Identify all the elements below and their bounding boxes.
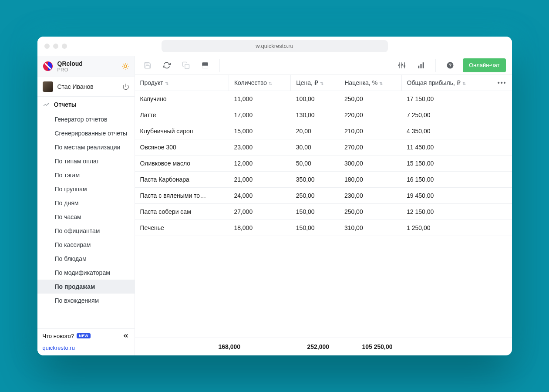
section-label: Отчеты xyxy=(54,101,77,108)
col-profit[interactable]: Общая прибыль, ₽⇅ xyxy=(401,75,490,91)
brand-text: QRcloud PRO xyxy=(57,60,117,72)
cell: Печенье xyxy=(135,220,229,236)
user-name: Стас Иванов xyxy=(57,83,118,90)
cell: Паста Карбонара xyxy=(135,172,229,188)
table-row[interactable]: Капучино11,000100,00250,0017 150,00 xyxy=(135,91,512,107)
sort-icon: ⇅ xyxy=(320,81,323,86)
cell: Овсяное 300 xyxy=(135,139,229,155)
online-chat-button[interactable]: Онлайн-чат xyxy=(463,58,506,72)
cell: 12 150,00 xyxy=(401,204,490,220)
cell: 100,00 xyxy=(291,91,339,107)
sort-icon: ⇅ xyxy=(462,81,466,86)
nav-item[interactable]: По модификаторам xyxy=(37,266,135,280)
totals-markup: 252,000 xyxy=(302,338,350,355)
brand-title: QRcloud xyxy=(57,60,117,67)
table-row[interactable]: Паста собери сам27,000150,00250,0012 150… xyxy=(135,204,512,220)
address-bar[interactable]: w.quickresto.ru xyxy=(162,40,388,52)
sort-icon: ⇅ xyxy=(379,81,383,86)
cell: Паста с вялеными то… xyxy=(135,188,229,204)
cell xyxy=(490,123,512,139)
main: ? Онлайн-чат Продукт⇅ Количество⇅ Цена, … xyxy=(135,56,512,355)
sidebar: QRcloud PRO Стас Иванов Отчеты xyxy=(37,56,135,355)
nav-item[interactable]: По официантам xyxy=(37,224,135,238)
app-window: w.quickresto.ru QRcloud PRO xyxy=(37,37,512,355)
cell: 15,000 xyxy=(229,123,290,139)
cell: 50,00 xyxy=(291,155,339,172)
cell: 11,000 xyxy=(229,91,290,107)
cell: 4 350,00 xyxy=(401,123,490,139)
brand-logo-icon xyxy=(43,61,53,71)
col-quantity[interactable]: Количество⇅ xyxy=(229,75,290,91)
svg-rect-4 xyxy=(202,65,208,68)
cell xyxy=(490,204,512,220)
close-window-dot[interactable] xyxy=(44,44,50,49)
col-markup[interactable]: Наценка, %⇅ xyxy=(339,75,401,91)
svg-point-7 xyxy=(404,65,405,67)
cell: 7 250,00 xyxy=(401,107,490,123)
nav-item[interactable]: По типам оплат xyxy=(37,154,135,168)
help-button[interactable]: ? xyxy=(444,59,457,72)
theme-toggle-icon[interactable] xyxy=(121,62,129,70)
cell: 210,00 xyxy=(339,123,401,139)
cell xyxy=(490,188,512,204)
whats-new-label: Что нового? xyxy=(43,333,74,339)
nav-item[interactable]: По продажам xyxy=(37,280,135,294)
brand-row: QRcloud PRO xyxy=(37,56,135,77)
whats-new[interactable]: Что нового? NEW xyxy=(43,332,129,339)
more-icon[interactable]: ••• xyxy=(498,79,507,86)
settings-sliders-button[interactable] xyxy=(395,59,408,72)
table-row[interactable]: Паста Карбонара21,000350,00180,0016 150,… xyxy=(135,172,512,188)
nav-item[interactable]: По местам реализации xyxy=(37,140,135,154)
nav-item[interactable]: По дням xyxy=(37,196,135,210)
cell: 150,00 xyxy=(291,204,339,220)
cell xyxy=(490,107,512,123)
chart-button[interactable] xyxy=(414,59,428,72)
cell: 270,00 xyxy=(339,139,401,155)
window-controls xyxy=(44,44,67,49)
table-row[interactable]: Оливковое масло12,00050,00300,0015 150,0… xyxy=(135,155,512,172)
svg-rect-2 xyxy=(185,64,189,68)
cell: 23,000 xyxy=(229,139,290,155)
cell xyxy=(490,172,512,188)
sort-icon: ⇅ xyxy=(165,81,168,86)
sort-icon: ⇅ xyxy=(269,81,272,86)
totals-price xyxy=(259,338,302,355)
table-row[interactable]: Латте17,000130,00220,007 250,00 xyxy=(135,107,512,123)
table-row[interactable]: Овсяное 30023,00030,00270,0011 450,00 xyxy=(135,139,512,155)
user-row[interactable]: Стас Иванов xyxy=(37,77,135,97)
maximize-window-dot[interactable] xyxy=(62,44,67,49)
section-title[interactable]: Отчеты xyxy=(37,97,135,112)
nav-item[interactable]: По тэгам xyxy=(37,168,135,182)
table-header-row: Продукт⇅ Количество⇅ Цена, ₽⇅ Наценка, %… xyxy=(135,75,512,91)
col-price[interactable]: Цена, ₽⇅ xyxy=(291,75,339,91)
nav-item[interactable]: По группам xyxy=(37,182,135,196)
nav-item[interactable]: Генератор отчетов xyxy=(37,112,135,126)
svg-point-5 xyxy=(398,64,400,66)
save-button[interactable] xyxy=(141,59,154,72)
svg-rect-9 xyxy=(420,64,421,68)
nav-item[interactable]: По вхождениям xyxy=(37,294,135,308)
table-row[interactable]: Клубничный сироп15,00020,00210,004 350,0… xyxy=(135,123,512,139)
cell: 17 150,00 xyxy=(401,91,490,107)
table-wrap[interactable]: Продукт⇅ Количество⇅ Цена, ₽⇅ Наценка, %… xyxy=(135,75,512,338)
cell: 30,00 xyxy=(291,139,339,155)
copy-button[interactable] xyxy=(179,59,192,72)
nav-item[interactable]: По часам xyxy=(37,210,135,224)
refresh-button[interactable] xyxy=(160,59,173,72)
nav-item[interactable]: По кассирам xyxy=(37,238,135,252)
table-row[interactable]: Паста с вялеными то…24,000250,00230,0019… xyxy=(135,188,512,204)
power-icon[interactable] xyxy=(122,83,129,90)
nav-item[interactable]: Сгенерированные отчеты xyxy=(37,126,135,140)
inbox-button[interactable] xyxy=(199,59,212,72)
col-product[interactable]: Продукт⇅ xyxy=(135,75,229,91)
minimize-window-dot[interactable] xyxy=(53,44,58,49)
cell: 150,00 xyxy=(291,220,339,236)
collapse-sidebar-icon[interactable] xyxy=(122,332,129,339)
nav-item[interactable]: По блюдам xyxy=(37,252,135,266)
table-row[interactable]: Печенье18,000150,00310,001 250,00 xyxy=(135,220,512,236)
site-link[interactable]: quickresto.ru xyxy=(37,343,135,355)
cell: 19 450,00 xyxy=(401,188,490,204)
brand-subtitle: PRO xyxy=(57,67,117,72)
cell xyxy=(490,139,512,155)
cell: 230,00 xyxy=(339,188,401,204)
